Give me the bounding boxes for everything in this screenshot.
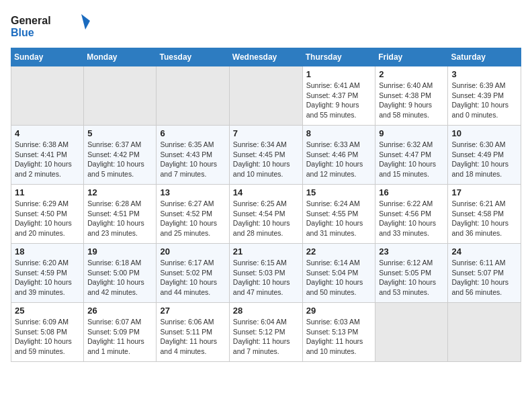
day-info: Sunrise: 6:39 AM Sunset: 4:39 PM Dayligh…	[451, 81, 517, 120]
day-number: 11	[15, 187, 80, 197]
day-number: 22	[306, 246, 372, 257]
calendar-cell	[229, 66, 302, 126]
calendar-cell: 5Sunrise: 6:37 AM Sunset: 4:42 PM Daylig…	[84, 126, 157, 185]
calendar-cell: 12Sunrise: 6:28 AM Sunset: 4:51 PM Dayli…	[84, 185, 157, 244]
day-number: 27	[160, 306, 225, 316]
day-info: Sunrise: 6:25 AM Sunset: 4:54 PM Dayligh…	[233, 199, 299, 238]
calendar-cell: 10Sunrise: 6:30 AM Sunset: 4:49 PM Dayli…	[448, 126, 521, 185]
header-thursday: Thursday	[302, 48, 375, 66]
calendar-cell	[448, 303, 521, 362]
header-wednesday: Wednesday	[229, 48, 302, 66]
day-number: 18	[15, 246, 80, 257]
calendar-week-row: 18Sunrise: 6:20 AM Sunset: 4:59 PM Dayli…	[11, 244, 521, 303]
calendar-cell: 13Sunrise: 6:27 AM Sunset: 4:52 PM Dayli…	[157, 185, 229, 244]
day-number: 17	[451, 187, 517, 197]
calendar-cell	[84, 66, 157, 126]
day-info: Sunrise: 6:04 AM Sunset: 5:12 PM Dayligh…	[233, 317, 299, 357]
day-number: 8	[306, 128, 372, 138]
calendar-cell: 27Sunrise: 6:06 AM Sunset: 5:11 PM Dayli…	[157, 303, 229, 362]
day-info: Sunrise: 6:35 AM Sunset: 4:43 PM Dayligh…	[160, 140, 225, 179]
calendar-cell: 9Sunrise: 6:32 AM Sunset: 4:47 PM Daylig…	[375, 126, 448, 185]
calendar-cell	[375, 303, 448, 362]
day-number: 24	[451, 246, 517, 257]
day-number: 4	[15, 128, 80, 138]
day-info: Sunrise: 6:24 AM Sunset: 4:55 PM Dayligh…	[306, 199, 372, 238]
day-number: 2	[379, 69, 444, 79]
day-info: Sunrise: 6:22 AM Sunset: 4:56 PM Dayligh…	[379, 199, 444, 238]
day-info: Sunrise: 6:38 AM Sunset: 4:41 PM Dayligh…	[15, 140, 80, 179]
day-info: Sunrise: 6:30 AM Sunset: 4:49 PM Dayligh…	[451, 140, 517, 179]
calendar-cell: 24Sunrise: 6:11 AM Sunset: 5:07 PM Dayli…	[448, 244, 521, 303]
svg-text:Blue: Blue	[11, 27, 34, 38]
calendar-cell: 18Sunrise: 6:20 AM Sunset: 4:59 PM Dayli…	[11, 244, 84, 303]
day-number: 26	[87, 306, 152, 316]
calendar-cell: 15Sunrise: 6:24 AM Sunset: 4:55 PM Dayli…	[302, 185, 375, 244]
calendar-header-row: SundayMondayTuesdayWednesdayThursdayFrid…	[11, 48, 521, 66]
calendar-table: SundayMondayTuesdayWednesdayThursdayFrid…	[11, 48, 521, 362]
day-number: 1	[306, 69, 372, 79]
day-info: Sunrise: 6:41 AM Sunset: 4:37 PM Dayligh…	[306, 81, 372, 120]
calendar-cell: 29Sunrise: 6:03 AM Sunset: 5:13 PM Dayli…	[302, 303, 375, 362]
day-number: 21	[233, 246, 299, 257]
day-number: 29	[306, 306, 372, 316]
day-number: 15	[306, 187, 372, 197]
calendar-week-row: 1Sunrise: 6:41 AM Sunset: 4:37 PM Daylig…	[11, 66, 521, 126]
header-saturday: Saturday	[448, 48, 521, 66]
day-info: Sunrise: 6:15 AM Sunset: 5:03 PM Dayligh…	[233, 258, 299, 298]
day-info: Sunrise: 6:29 AM Sunset: 4:50 PM Dayligh…	[15, 199, 80, 238]
header-sunday: Sunday	[11, 48, 84, 66]
calendar-cell: 6Sunrise: 6:35 AM Sunset: 4:43 PM Daylig…	[157, 126, 229, 185]
calendar-cell: 22Sunrise: 6:14 AM Sunset: 5:04 PM Dayli…	[302, 244, 375, 303]
day-number: 13	[160, 187, 225, 197]
calendar-cell	[157, 66, 229, 126]
day-info: Sunrise: 6:17 AM Sunset: 5:02 PM Dayligh…	[160, 258, 225, 298]
calendar-cell: 1Sunrise: 6:41 AM Sunset: 4:37 PM Daylig…	[302, 66, 375, 126]
day-info: Sunrise: 6:07 AM Sunset: 5:09 PM Dayligh…	[87, 317, 152, 357]
day-info: Sunrise: 6:27 AM Sunset: 4:52 PM Dayligh…	[160, 199, 225, 238]
day-info: Sunrise: 6:09 AM Sunset: 5:08 PM Dayligh…	[15, 317, 80, 357]
day-number: 12	[87, 187, 152, 197]
day-info: Sunrise: 6:21 AM Sunset: 4:58 PM Dayligh…	[451, 199, 517, 238]
day-number: 14	[233, 187, 299, 197]
calendar-cell: 21Sunrise: 6:15 AM Sunset: 5:03 PM Dayli…	[229, 244, 302, 303]
logo-icon: General Blue	[11, 11, 91, 41]
header-friday: Friday	[375, 48, 448, 66]
day-number: 28	[233, 306, 299, 316]
day-number: 9	[379, 128, 444, 138]
calendar-week-row: 25Sunrise: 6:09 AM Sunset: 5:08 PM Dayli…	[11, 303, 521, 362]
day-info: Sunrise: 6:32 AM Sunset: 4:47 PM Dayligh…	[379, 140, 444, 179]
day-info: Sunrise: 6:20 AM Sunset: 4:59 PM Dayligh…	[15, 258, 80, 298]
calendar-cell: 2Sunrise: 6:40 AM Sunset: 4:38 PM Daylig…	[375, 66, 448, 126]
svg-marker-2	[81, 14, 90, 30]
day-info: Sunrise: 6:11 AM Sunset: 5:07 PM Dayligh…	[451, 258, 517, 298]
day-info: Sunrise: 6:28 AM Sunset: 4:51 PM Dayligh…	[87, 199, 152, 238]
day-number: 7	[233, 128, 299, 138]
day-number: 3	[451, 69, 517, 79]
day-info: Sunrise: 6:03 AM Sunset: 5:13 PM Dayligh…	[306, 317, 372, 357]
calendar-cell: 28Sunrise: 6:04 AM Sunset: 5:12 PM Dayli…	[229, 303, 302, 362]
svg-text:General: General	[11, 15, 51, 26]
day-info: Sunrise: 6:34 AM Sunset: 4:45 PM Dayligh…	[233, 140, 299, 179]
day-number: 23	[379, 246, 444, 257]
day-number: 20	[160, 246, 225, 257]
calendar-cell	[11, 66, 84, 126]
day-number: 6	[160, 128, 225, 138]
calendar-week-row: 4Sunrise: 6:38 AM Sunset: 4:41 PM Daylig…	[11, 126, 521, 185]
calendar-cell: 4Sunrise: 6:38 AM Sunset: 4:41 PM Daylig…	[11, 126, 84, 185]
day-number: 19	[87, 246, 152, 257]
day-number: 16	[379, 187, 444, 197]
day-info: Sunrise: 6:33 AM Sunset: 4:46 PM Dayligh…	[306, 140, 372, 179]
calendar-cell: 25Sunrise: 6:09 AM Sunset: 5:08 PM Dayli…	[11, 303, 84, 362]
calendar-cell: 23Sunrise: 6:12 AM Sunset: 5:05 PM Dayli…	[375, 244, 448, 303]
calendar-cell: 26Sunrise: 6:07 AM Sunset: 5:09 PM Dayli…	[84, 303, 157, 362]
day-number: 5	[87, 128, 152, 138]
page-header: General Blue	[11, 11, 521, 41]
calendar-week-row: 11Sunrise: 6:29 AM Sunset: 4:50 PM Dayli…	[11, 185, 521, 244]
day-number: 10	[451, 128, 517, 138]
day-info: Sunrise: 6:12 AM Sunset: 5:05 PM Dayligh…	[379, 258, 444, 298]
calendar-cell: 20Sunrise: 6:17 AM Sunset: 5:02 PM Dayli…	[157, 244, 229, 303]
day-info: Sunrise: 6:14 AM Sunset: 5:04 PM Dayligh…	[306, 258, 372, 298]
calendar-cell: 3Sunrise: 6:39 AM Sunset: 4:39 PM Daylig…	[448, 66, 521, 126]
logo: General Blue	[11, 11, 91, 41]
calendar-cell: 11Sunrise: 6:29 AM Sunset: 4:50 PM Dayli…	[11, 185, 84, 244]
